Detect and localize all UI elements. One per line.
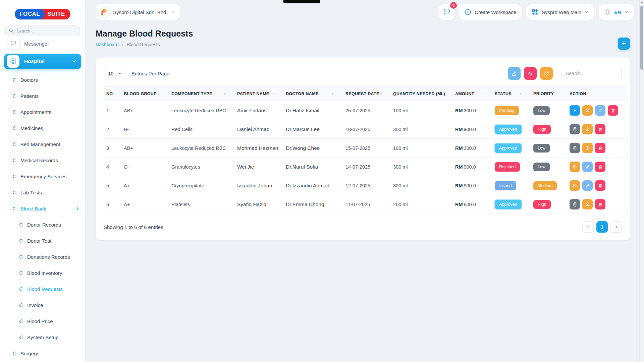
sidebar-item-emergency-services[interactable]: Emergency Services [0, 168, 85, 184]
sidebar-item-bed-management[interactable]: Bed Management [0, 136, 85, 152]
column-header-doctor-name[interactable]: DOCTOR NAME↑↓ [283, 86, 343, 101]
delete-button[interactable] [595, 124, 605, 134]
edit-button[interactable] [582, 180, 593, 191]
sidebar-item-label: Medical Records [20, 158, 58, 163]
edit-button[interactable] [595, 105, 605, 116]
breadcrumb-dashboard-link[interactable]: Dashboard [96, 42, 119, 47]
view-button[interactable] [570, 162, 580, 172]
cell-blood-group: A+ [121, 176, 169, 195]
scroll-up-arrow[interactable] [641, 1, 643, 3]
sort-icon[interactable]: ↑↓ [520, 92, 528, 96]
bullet-ring-icon [19, 319, 24, 324]
page-number-button[interactable]: 1 [596, 221, 608, 233]
scrollbar-thumb[interactable] [640, 6, 643, 70]
column-header-status[interactable]: STATUS↑↓ [492, 86, 531, 101]
sidebar-item-patients[interactable]: Patients [0, 88, 85, 104]
sidebar-item-donations-records[interactable]: Donations Records [0, 249, 85, 265]
column-header-priority[interactable]: PRIORITY↑↓ [531, 86, 567, 101]
sidebar-item-messenger[interactable]: Messenger [0, 40, 85, 52]
sidebar-item-doctors[interactable]: Doctors [0, 72, 85, 88]
delete-button[interactable] [595, 199, 605, 209]
sidebar: FOCAL SUITE MessengerHospitalDoctorsPati… [0, 0, 86, 362]
view-button[interactable] [582, 105, 593, 116]
table-header-row: NOBLOOD GROUP↑↓COMPONENT TYPE↑↓PATIENT N… [104, 86, 626, 101]
delete-button[interactable] [595, 162, 605, 172]
column-header-patient-name[interactable]: PATIENT NAME↑↓ [234, 86, 283, 101]
process-button[interactable] [570, 105, 580, 116]
undo-button[interactable] [524, 67, 537, 80]
blood-requests-card: 10 Entries Per Page [96, 58, 630, 240]
sidebar-item-label: Blood Price [27, 318, 53, 324]
sidebar-item-hospital[interactable]: Hospital [4, 54, 81, 69]
sidebar-item-surgery[interactable]: Surgery [0, 345, 85, 361]
delete-button[interactable] [595, 180, 605, 191]
sidebar-item-medicines[interactable]: Medicines [0, 120, 85, 136]
chevron-down-icon [171, 10, 175, 14]
sort-icon[interactable]: ↑↓ [379, 92, 388, 96]
table-search-input[interactable] [561, 67, 622, 80]
column-header-component-type[interactable]: COMPONENT TYPE↑↓ [169, 86, 234, 101]
cell-blood-group: A+ [121, 195, 169, 214]
column-header-amount[interactable]: AMOUNT↑↓ [452, 86, 492, 101]
sidebar-item-label: Blood Bank [20, 206, 46, 212]
invoice-button[interactable] [570, 143, 580, 153]
export-download-button[interactable] [508, 67, 521, 80]
invoice-button[interactable] [570, 124, 580, 134]
column-header-quantity-needed-ml[interactable]: QUANTITY NEEDED (ML)↑↓ [390, 86, 452, 101]
column-header-request-date[interactable]: REQUEST DATE↑↓ [343, 86, 390, 101]
cell-priority: Low [531, 101, 567, 120]
next-page-button[interactable] [610, 221, 622, 233]
sort-icon[interactable]: ↑↓ [556, 92, 564, 96]
play-icon [573, 108, 577, 113]
status-badge: Issued [495, 181, 516, 190]
sidebar-item-donor-records[interactable]: Donor Records [0, 217, 85, 233]
delete-button[interactable] [595, 143, 605, 153]
column-header-blood-group[interactable]: BLOOD GROUP↑↓ [121, 86, 169, 101]
add-request-button[interactable]: + [618, 38, 630, 50]
create-workspace-button[interactable]: Create Workspace [459, 4, 522, 20]
cell-request-date: 12-07-2025 [343, 176, 390, 195]
view-button[interactable] [582, 143, 593, 153]
sidebar-item-system-setup[interactable]: System Setup [0, 329, 85, 345]
workspace-selector[interactable]: Syspro Digital Sdn. Bhd. [96, 4, 180, 20]
edit-button[interactable] [582, 162, 593, 172]
sidebar-item-donor-test[interactable]: Donor Test [0, 233, 85, 249]
view-button[interactable] [570, 180, 580, 191]
cell-patient-name: Izzuddin Johan [234, 176, 283, 195]
sort-icon[interactable]: ↑↓ [272, 92, 280, 96]
sidebar-item-medical-records[interactable]: Medical Records [0, 152, 85, 168]
sidebar-item-appointments[interactable]: Appointments [0, 104, 85, 120]
refresh-button[interactable] [540, 67, 553, 80]
sidebar-item-label: Doctors [20, 77, 38, 83]
sidebar-item-blood-bank[interactable]: Blood Bank [0, 200, 85, 217]
chat-button[interactable]: 0 [439, 4, 454, 20]
chevron-left-icon [586, 225, 590, 229]
cell-doctor-name: Dr.Izzaudin Ahmad [283, 176, 343, 195]
sort-icon[interactable]: ↑↓ [158, 92, 166, 96]
app-switcher[interactable]: Syspro Web Main [526, 4, 594, 20]
page-size-select[interactable]: 10 [104, 67, 126, 80]
bullet-ring-icon [12, 351, 17, 356]
breadcrumb-current: Blood Requests [127, 42, 160, 47]
column-label: AMOUNT [455, 92, 474, 96]
sidebar-search-input[interactable] [5, 25, 80, 36]
sidebar-item-blood-price[interactable]: Blood Price [0, 313, 85, 329]
sort-icon[interactable]: ↑↓ [481, 92, 489, 96]
sort-icon[interactable]: ↑↓ [223, 92, 232, 96]
view-button[interactable] [582, 124, 593, 134]
sidebar-item-invoice[interactable]: Invoice [0, 297, 85, 313]
sort-icon[interactable]: ↑↓ [332, 92, 340, 96]
view-button[interactable] [582, 199, 593, 209]
sidebar-item-lab-tests[interactable]: Lab Tests [0, 184, 85, 200]
table-row: 1AB+Leukocyte Reduced RBCAmir FirdausDr.… [104, 101, 626, 120]
cell-component-type: Red Cells [169, 120, 234, 139]
amount-value: 300.0 [464, 108, 476, 113]
prev-page-button[interactable] [582, 221, 594, 233]
sort-icon[interactable]: ↑↓ [445, 92, 453, 96]
invoice-button[interactable] [570, 199, 580, 209]
page-scrollbar[interactable] [639, 0, 644, 362]
sidebar-item-blood-requests[interactable]: Blood Requests [0, 281, 85, 297]
language-selector[interactable]: EN [599, 4, 634, 20]
sidebar-item-blood-inventory[interactable]: Blood Inventory [0, 265, 85, 281]
delete-button[interactable] [608, 105, 618, 116]
